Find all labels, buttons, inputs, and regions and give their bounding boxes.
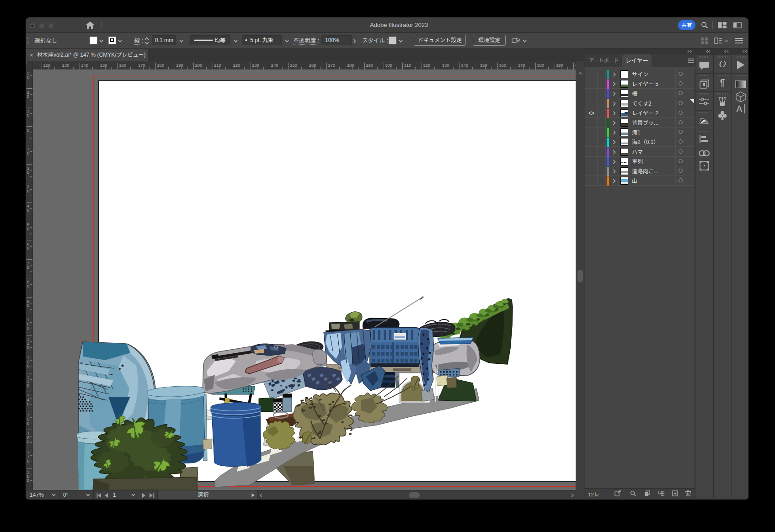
svg-text:A: A bbox=[736, 104, 743, 114]
svg-text:O: O bbox=[719, 59, 726, 69]
